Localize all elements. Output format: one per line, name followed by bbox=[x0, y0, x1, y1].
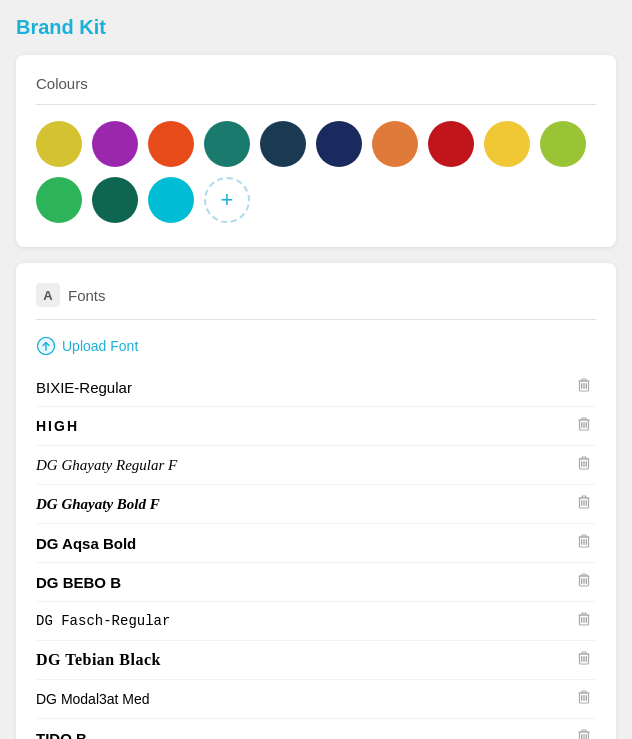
svg-rect-23 bbox=[586, 578, 587, 584]
svg-rect-27 bbox=[586, 617, 587, 623]
font-list-item: DG Tebian Black bbox=[36, 641, 596, 680]
svg-rect-14 bbox=[583, 500, 584, 506]
font-name-label: DG Aqsa Bold bbox=[36, 535, 136, 552]
fonts-card: A Fonts Upload Font BIXIE-Regular HIGH bbox=[16, 263, 616, 739]
fonts-divider bbox=[36, 319, 596, 320]
upload-font-button[interactable]: Upload Font bbox=[36, 336, 138, 356]
fonts-letter-icon: A bbox=[36, 283, 60, 307]
delete-font-button[interactable] bbox=[572, 648, 596, 672]
colours-label: Colours bbox=[36, 75, 88, 92]
svg-rect-5 bbox=[581, 422, 582, 428]
font-name-label: BIXIE-Regular bbox=[36, 379, 132, 396]
delete-font-button[interactable] bbox=[572, 687, 596, 711]
font-list-item: BIXIE-Regular bbox=[36, 368, 596, 407]
delete-font-button[interactable] bbox=[572, 492, 596, 516]
svg-rect-26 bbox=[583, 617, 584, 623]
delete-font-button[interactable] bbox=[572, 609, 596, 633]
svg-rect-21 bbox=[581, 578, 582, 584]
font-list-item: DG Fasch-Regular bbox=[36, 602, 596, 641]
svg-rect-29 bbox=[581, 656, 582, 662]
font-list-item: DG Ghayaty Bold F bbox=[36, 485, 596, 524]
font-list-item: HIGH bbox=[36, 407, 596, 446]
font-name-label: DG Ghayaty Bold F bbox=[36, 496, 160, 513]
colour-dot[interactable] bbox=[92, 121, 138, 167]
delete-font-button[interactable] bbox=[572, 375, 596, 399]
font-list-item: DG BEBO B bbox=[36, 563, 596, 602]
svg-rect-7 bbox=[586, 422, 587, 428]
delete-font-button[interactable] bbox=[572, 570, 596, 594]
svg-rect-2 bbox=[583, 383, 584, 389]
font-name-label: DG Tebian Black bbox=[36, 651, 161, 669]
colour-dot[interactable] bbox=[484, 121, 530, 167]
colour-dot[interactable] bbox=[92, 177, 138, 223]
fonts-header: A Fonts bbox=[36, 283, 596, 307]
svg-rect-22 bbox=[583, 578, 584, 584]
font-list-item: DG Aqsa Bold bbox=[36, 524, 596, 563]
svg-rect-1 bbox=[581, 383, 582, 389]
svg-rect-19 bbox=[586, 539, 587, 545]
colour-dot[interactable] bbox=[372, 121, 418, 167]
colour-dot[interactable] bbox=[540, 121, 586, 167]
svg-rect-9 bbox=[581, 461, 582, 467]
fonts-label: Fonts bbox=[68, 287, 106, 304]
upload-font-label: Upload Font bbox=[62, 338, 138, 354]
delete-font-button[interactable] bbox=[572, 453, 596, 477]
svg-rect-17 bbox=[581, 539, 582, 545]
colours-header: Colours bbox=[36, 75, 596, 92]
font-name-label: DG Modal3at Med bbox=[36, 691, 150, 707]
svg-rect-11 bbox=[586, 461, 587, 467]
colour-dot[interactable] bbox=[204, 121, 250, 167]
svg-rect-35 bbox=[586, 695, 587, 701]
colour-dot[interactable] bbox=[36, 177, 82, 223]
font-name-label: DG BEBO B bbox=[36, 574, 121, 591]
colours-card: Colours + bbox=[16, 55, 616, 247]
svg-rect-31 bbox=[586, 656, 587, 662]
font-list: BIXIE-Regular HIGH DG Ghayaty Regular F … bbox=[36, 368, 596, 739]
svg-rect-6 bbox=[583, 422, 584, 428]
svg-rect-37 bbox=[581, 734, 582, 739]
colours-grid: + bbox=[36, 121, 596, 223]
font-list-item: DG Ghayaty Regular F bbox=[36, 446, 596, 485]
font-name-label: HIGH bbox=[36, 418, 79, 434]
delete-font-button[interactable] bbox=[572, 414, 596, 438]
delete-font-button[interactable] bbox=[572, 726, 596, 739]
svg-rect-33 bbox=[581, 695, 582, 701]
page-title: Brand Kit bbox=[16, 16, 616, 39]
font-list-item: DG Modal3at Med bbox=[36, 680, 596, 719]
colour-dot[interactable] bbox=[316, 121, 362, 167]
colour-dot[interactable] bbox=[148, 177, 194, 223]
colour-dot[interactable] bbox=[260, 121, 306, 167]
svg-rect-30 bbox=[583, 656, 584, 662]
font-list-item: TIDO B bbox=[36, 719, 596, 739]
svg-rect-34 bbox=[583, 695, 584, 701]
svg-rect-25 bbox=[581, 617, 582, 623]
svg-rect-38 bbox=[583, 734, 584, 739]
svg-rect-15 bbox=[586, 500, 587, 506]
svg-rect-39 bbox=[586, 734, 587, 739]
colour-dot[interactable] bbox=[428, 121, 474, 167]
svg-rect-18 bbox=[583, 539, 584, 545]
svg-rect-3 bbox=[586, 383, 587, 389]
font-name-label: TIDO B bbox=[36, 730, 87, 740]
svg-rect-13 bbox=[581, 500, 582, 506]
upload-icon bbox=[36, 336, 56, 356]
font-name-label: DG Ghayaty Regular F bbox=[36, 457, 177, 474]
delete-font-button[interactable] bbox=[572, 531, 596, 555]
colour-dot[interactable] bbox=[148, 121, 194, 167]
add-colour-button[interactable]: + bbox=[204, 177, 250, 223]
colours-divider bbox=[36, 104, 596, 105]
colour-dot[interactable] bbox=[36, 121, 82, 167]
svg-rect-10 bbox=[583, 461, 584, 467]
font-name-label: DG Fasch-Regular bbox=[36, 613, 170, 629]
